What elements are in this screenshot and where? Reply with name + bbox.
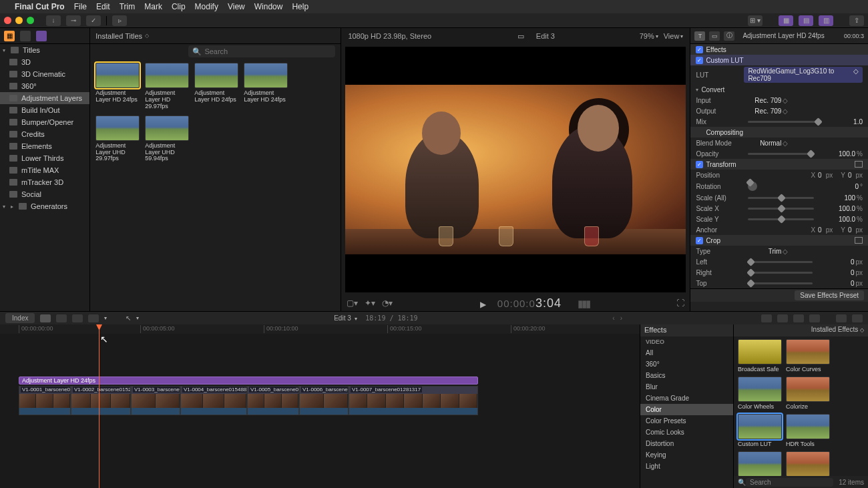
tab-video-inspector[interactable]: ▭ <box>709 31 720 41</box>
sidebar-item-adjustment-layers[interactable]: Adjustment Layers <box>0 92 89 104</box>
fx-category-360-[interactable]: 360° <box>640 358 733 370</box>
menu-clip[interactable]: Clip <box>172 2 186 11</box>
effects-section[interactable]: Effects <box>690 44 868 55</box>
browser-item[interactable]: Adjustment Layer HD 24fps <box>95 63 140 110</box>
fx-category-distortion[interactable]: Distortion <box>640 438 733 449</box>
video-clip[interactable]: V1-0005_barscene0154... <box>247 386 299 415</box>
sidebar-root-titles[interactable]: Titles <box>0 44 89 56</box>
overwrite-clip-button[interactable] <box>88 314 99 322</box>
compositing-section[interactable]: Compositing <box>690 127 868 138</box>
import-button[interactable]: ↓ <box>46 15 61 26</box>
zoom-window[interactable] <box>27 17 34 24</box>
menu-trim[interactable]: Trim <box>120 2 136 11</box>
installed-effects-header[interactable]: Installed Effects ◇ <box>734 324 868 336</box>
sidebar-item-build-in-out[interactable]: Build In/Out <box>0 104 89 116</box>
close-window[interactable] <box>4 17 11 24</box>
fx-item-color-curves[interactable]: Color Curves <box>786 339 830 373</box>
scale-y-slider[interactable] <box>748 218 814 220</box>
fx-item-custom-lut[interactable]: Custom LUT <box>738 414 782 447</box>
fx-category-blur[interactable]: Blur <box>640 381 733 393</box>
sidebar-item-mtitle-max[interactable]: mTitle MAX <box>0 164 89 176</box>
minimize-window[interactable] <box>15 17 23 24</box>
fx-item-colorize[interactable]: Colorize <box>786 377 830 410</box>
fx-category-comic-looks[interactable]: Comic Looks <box>640 427 733 438</box>
opacity-slider[interactable] <box>748 153 814 155</box>
inspector-toggle[interactable]: ▥ <box>819 15 833 26</box>
browser-header[interactable]: Installed Titles ◇ <box>90 28 341 44</box>
sidebar-root-generators[interactable]: ▸Generators <box>0 200 89 212</box>
crop-onscreen[interactable] <box>855 237 863 244</box>
crop-right-slider[interactable] <box>748 272 813 274</box>
sidebar-item-elements[interactable]: Elements <box>0 140 89 152</box>
effects-browser-button[interactable] <box>836 314 847 322</box>
crop-type[interactable]: Trim <box>744 248 781 255</box>
transform-checkbox[interactable] <box>696 161 703 168</box>
view-menu[interactable]: View <box>664 32 680 40</box>
sidebar-item-credits[interactable]: Credits <box>0 128 89 140</box>
blend-mode[interactable]: Normal <box>744 140 781 147</box>
browser-item[interactable]: Adjustment Layer UHD 59.94fps <box>145 115 189 163</box>
video-clip[interactable]: V1-0003_barscene0152... <box>131 386 180 415</box>
menu-window[interactable]: Window <box>254 2 283 11</box>
crop-section[interactable]: Crop <box>690 235 868 246</box>
timeline-toggle[interactable]: ▤ <box>799 15 813 26</box>
app-name[interactable]: Final Cut Pro <box>15 2 65 11</box>
effects-search[interactable]: Search <box>746 478 833 487</box>
audio-skimming-button[interactable] <box>777 314 788 322</box>
fx-category-light[interactable]: Light <box>640 461 733 472</box>
photos-icon[interactable] <box>20 31 31 41</box>
menu-file[interactable]: File <box>74 2 87 11</box>
video-clip[interactable]: V1-0004_barscene01548823 <box>180 386 247 415</box>
index-button[interactable]: Index <box>5 313 35 323</box>
viewer-zoom[interactable]: 79% <box>640 32 654 40</box>
timecode-display[interactable]: ▶ 00:00:03:04 ▮▮▮ <box>399 296 670 310</box>
lut-checkbox[interactable] <box>696 57 703 64</box>
scale-all-slider[interactable] <box>748 197 814 199</box>
fx-category-keying[interactable]: Keying <box>640 449 733 461</box>
menu-edit[interactable]: Edit <box>96 2 110 11</box>
timeline-project[interactable]: Edit 3 <box>334 314 351 322</box>
fx-category-cinema-grade[interactable]: Cinema Grade <box>640 393 733 404</box>
crop-top-slider[interactable] <box>748 282 813 284</box>
append-clip-button[interactable] <box>72 314 83 322</box>
browser-item[interactable]: Adjustment Layer HD 24fps <box>244 63 288 110</box>
tab-info-inspector[interactable]: ⓘ <box>724 31 734 41</box>
arrange-button[interactable]: ⊞ ▾ <box>748 15 763 26</box>
crop-checkbox[interactable] <box>696 237 703 244</box>
fx-category-basics[interactable]: Basics <box>640 370 733 381</box>
select-tool[interactable]: ↖ <box>126 314 131 322</box>
rotation-dial[interactable] <box>748 182 757 191</box>
snapping-button[interactable] <box>809 314 820 322</box>
transform-tool[interactable]: ▢▾ <box>347 298 358 308</box>
adjustment-layer-clip[interactable]: Adjustment Layer HD 24fps <box>19 377 478 385</box>
fx-category-color[interactable]: Color <box>640 404 733 415</box>
transform-section[interactable]: Transform <box>690 159 868 170</box>
skimming-button[interactable] <box>761 314 772 322</box>
sidebar-item-360-[interactable]: 360° <box>0 80 89 92</box>
timeline-ruler[interactable]: 00:00:00:0000:00:05:0000:00:10:0000:00:1… <box>0 324 640 334</box>
nav-back[interactable]: ‹ <box>612 314 614 322</box>
menu-help[interactable]: Help <box>292 2 308 11</box>
disclosure-triangle[interactable]: ▾ <box>696 87 698 93</box>
browser-item[interactable]: Adjustment Layer HD 24fps <box>194 63 238 110</box>
effects-checkbox[interactable] <box>696 46 703 53</box>
tab-title-inspector[interactable]: T <box>694 31 705 41</box>
scale-x-slider[interactable] <box>748 208 814 210</box>
menu-modify[interactable]: Modify <box>195 2 218 11</box>
fullscreen-button[interactable]: ⛶ <box>676 298 684 308</box>
video-clip[interactable]: V1-0007_barscene01281317 <box>349 386 478 415</box>
fx-item-hue-saturation[interactable]: Hue/Saturation <box>786 451 830 476</box>
save-effects-preset-button[interactable]: Save Effects Preset <box>795 290 864 300</box>
input-value[interactable]: Rec. 709 <box>744 97 781 104</box>
retime-tool[interactable]: ◔▾ <box>382 298 393 308</box>
playhead[interactable] <box>99 324 99 488</box>
fx-item-broadcast-safe[interactable]: Broadcast Safe <box>738 339 782 373</box>
share-button[interactable]: ⇪ <box>849 15 864 26</box>
fx-item-hdr-tools[interactable]: HDR Tools <box>786 414 830 447</box>
background-tasks[interactable]: ✓ <box>86 15 101 26</box>
lut-dropdown[interactable]: RedWideGamut_Log3G10 to Rec709◇ <box>744 67 863 83</box>
sidebar-item-bumper-opener[interactable]: Bumper/Opener <box>0 116 89 128</box>
solo-button[interactable] <box>793 314 804 322</box>
custom-lut-section[interactable]: Custom LUT <box>690 55 868 65</box>
sidebar-item-3d[interactable]: 3D <box>0 56 89 68</box>
